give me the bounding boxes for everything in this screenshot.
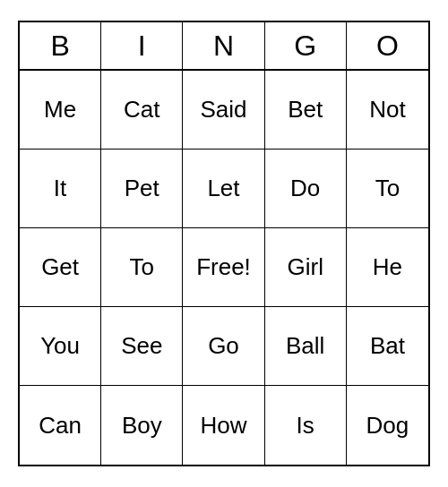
cell-23[interactable]: Is [265,386,347,465]
cell-14[interactable]: He [347,228,428,307]
cell-22[interactable]: How [183,386,264,465]
header-b: B [20,22,101,69]
bingo-card: B I N G O Me Cat Said Bet Not It Pet Let… [18,21,430,466]
cell-18[interactable]: Ball [265,307,347,386]
cell-21[interactable]: Boy [101,386,183,465]
cell-8[interactable]: Do [265,150,347,228]
cell-20[interactable]: Can [20,386,101,465]
header-g: G [265,22,347,69]
cell-10[interactable]: Get [20,228,101,307]
bingo-grid: Me Cat Said Bet Not It Pet Let Do To Get… [20,71,428,465]
cell-16[interactable]: See [101,307,183,386]
cell-24[interactable]: Dog [347,386,428,465]
cell-15[interactable]: You [20,307,101,386]
cell-3[interactable]: Bet [265,71,347,150]
bingo-header: B I N G O [20,22,428,71]
header-n: N [183,22,264,69]
cell-13[interactable]: Girl [265,228,347,307]
cell-5[interactable]: It [20,150,101,228]
cell-2[interactable]: Said [183,71,264,150]
cell-6[interactable]: Pet [101,150,183,228]
cell-9[interactable]: To [347,150,428,228]
cell-19[interactable]: Bat [347,307,428,386]
cell-17[interactable]: Go [183,307,264,386]
cell-12[interactable]: Free! [183,228,264,307]
cell-0[interactable]: Me [20,71,101,150]
cell-1[interactable]: Cat [101,71,183,150]
cell-7[interactable]: Let [183,150,264,228]
header-o: O [347,22,428,69]
cell-4[interactable]: Not [347,71,428,150]
header-i: I [101,22,183,69]
cell-11[interactable]: To [101,228,183,307]
